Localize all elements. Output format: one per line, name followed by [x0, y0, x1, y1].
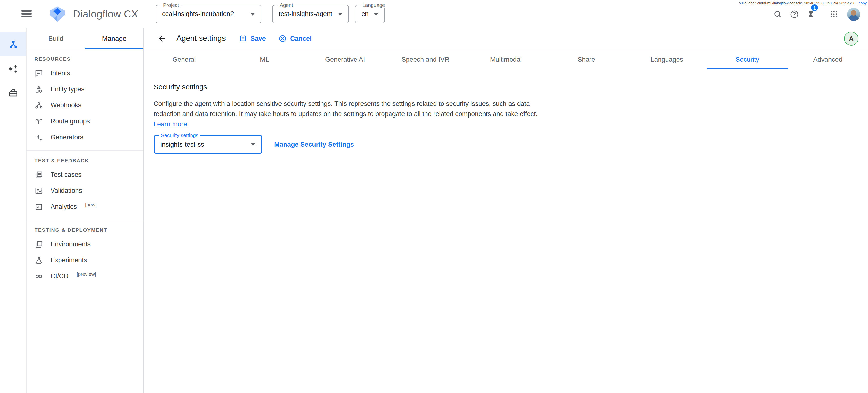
apps-grid-button[interactable]	[826, 6, 842, 22]
top-bar: Dialogflow CX Project ccai-insights-incu…	[0, 0, 868, 28]
build-label-text: build-label: cloud-ml.dialogflow-console…	[739, 1, 855, 5]
back-button[interactable]	[156, 32, 168, 45]
new-badge: [new]	[85, 202, 97, 207]
sidebar-tabs: Build Manage	[27, 28, 143, 49]
tab-general[interactable]: General	[144, 49, 224, 69]
tab-manage[interactable]: Manage	[85, 28, 143, 48]
learn-more-link[interactable]: Learn more	[154, 121, 187, 128]
sidebar-item-route-groups[interactable]: Route groups	[27, 113, 143, 129]
cancel-button-label: Cancel	[290, 35, 312, 42]
agent-selector[interactable]: Agent test-insights-agent	[272, 5, 349, 23]
sidebar-item-intents[interactable]: Intents	[27, 65, 143, 81]
analytics-icon	[34, 202, 43, 211]
sidebar-item-webhooks[interactable]: Webhooks	[27, 97, 143, 113]
tab-multimodal[interactable]: Multimodal	[466, 49, 546, 69]
help-icon	[789, 9, 799, 19]
project-selector-value: ccai-insights-incubation2	[162, 10, 234, 18]
sidebar-item-label: Validations	[51, 187, 82, 194]
rail-item-toolbox[interactable]	[0, 80, 26, 105]
generators-icon	[34, 133, 43, 141]
build-label: build-label: cloud-ml.dialogflow-console…	[739, 1, 867, 5]
preview-badge: [preview]	[77, 271, 96, 277]
apps-grid-icon	[830, 10, 838, 19]
save-button[interactable]: Save	[239, 34, 266, 42]
test-cases-icon	[34, 170, 43, 179]
project-selector[interactable]: Project ccai-insights-incubation2	[155, 5, 261, 23]
sidebar-item-generators[interactable]: Generators	[27, 129, 143, 145]
help-button[interactable]	[786, 6, 802, 22]
experiments-icon	[34, 256, 43, 264]
toolbox-icon	[7, 87, 19, 98]
chevron-down-icon	[250, 12, 255, 15]
manage-security-settings-link[interactable]: Manage Security Settings	[274, 141, 354, 148]
copy-build-label-link[interactable]: copy	[859, 1, 867, 5]
chevron-down-icon	[251, 143, 256, 146]
sidebar-section-test-feedback: TEST & FEEDBACK Test cases Vali	[27, 150, 143, 220]
environments-icon	[34, 240, 43, 249]
section-title: TESTING & DEPLOYMENT	[27, 227, 143, 233]
chevron-down-icon	[373, 12, 378, 15]
language-selector-value: en	[361, 10, 369, 18]
sidebar-section-resources: RESOURCES Intents Entity types	[27, 49, 143, 150]
tab-build[interactable]: Build	[27, 28, 85, 48]
tab-speech-and-ivr[interactable]: Speech and IVR	[385, 49, 466, 69]
agent-selector-label: Agent	[277, 2, 296, 7]
section-title: RESOURCES	[27, 56, 143, 62]
rail-item-flows[interactable]	[0, 32, 26, 56]
search-icon	[773, 9, 782, 19]
security-settings-select[interactable]: Security settings insights-test-ss	[154, 135, 262, 154]
rail-item-generative[interactable]	[0, 56, 26, 80]
security-settings-select-label: Security settings	[159, 132, 200, 138]
route-groups-icon	[34, 117, 43, 126]
tab-advanced[interactable]: Advanced	[787, 49, 868, 69]
sidebar-item-validations[interactable]: Validations	[27, 183, 143, 199]
agent-selector-value: test-insights-agent	[279, 10, 333, 18]
cancel-button[interactable]: Cancel	[278, 34, 312, 42]
tab-share[interactable]: Share	[546, 49, 627, 69]
webhooks-icon	[34, 101, 43, 109]
save-icon	[239, 34, 247, 42]
sidebar-item-environments[interactable]: Environments	[27, 236, 143, 252]
section-title: TEST & FEEDBACK	[27, 157, 143, 163]
language-selector-label: Language	[360, 2, 388, 7]
sidebar-item-experiments[interactable]: Experiments	[27, 252, 143, 268]
sidebar-item-label: Test cases	[51, 171, 82, 178]
agent-avatar[interactable]: A	[844, 31, 858, 45]
sidebar-item-label: Analytics	[51, 203, 77, 210]
account-avatar[interactable]	[847, 7, 860, 21]
tab-ml[interactable]: ML	[224, 49, 305, 69]
intents-icon	[34, 69, 43, 77]
agent-settings-header: Agent settings Save Cancel A	[144, 28, 868, 49]
sidebar-item-label: Generators	[51, 134, 83, 141]
tab-security[interactable]: Security	[707, 49, 787, 69]
sidebar-item-label: Experiments	[51, 257, 87, 264]
menu-icon[interactable]	[17, 4, 36, 24]
project-selector-label: Project	[161, 2, 181, 7]
page-title: Agent settings	[177, 34, 226, 43]
language-selector[interactable]: Language en	[354, 5, 385, 23]
sidebar-item-test-cases[interactable]: Test cases	[27, 167, 143, 183]
chevron-down-icon	[338, 12, 342, 15]
security-settings-select-value: insights-test-ss	[160, 141, 204, 148]
sidebar-item-label: Route groups	[51, 118, 90, 125]
sidebar-section-testing-deployment: TESTING & DEPLOYMENT Environments Experi…	[27, 220, 143, 289]
back-arrow-icon	[157, 34, 166, 43]
tab-generative-ai[interactable]: Generative AI	[305, 49, 385, 69]
sidebar-item-label: CI/CD	[51, 272, 68, 280]
dialogflow-logo-icon	[49, 5, 66, 23]
content-heading: Security settings	[154, 83, 858, 91]
flows-icon	[7, 39, 19, 50]
entity-types-icon	[34, 85, 43, 94]
search-button[interactable]	[769, 6, 786, 22]
description-text: Configure the agent with a location sens…	[154, 100, 537, 118]
security-settings-field-row: Security settings insights-test-ss Manag…	[154, 135, 858, 154]
pending-tasks-button[interactable]: 1	[802, 6, 819, 22]
sidebar-item-entity-types[interactable]: Entity types	[27, 81, 143, 97]
security-settings-content: Security settings Configure the agent wi…	[144, 69, 868, 154]
sidebar-item-label: Environments	[51, 240, 91, 248]
tab-languages[interactable]: Languages	[627, 49, 707, 69]
cicd-infinity-icon	[34, 272, 43, 281]
save-button-label: Save	[251, 35, 266, 42]
sidebar-item-analytics[interactable]: Analytics [new]	[27, 199, 143, 215]
sidebar-item-cicd[interactable]: CI/CD [preview]	[27, 268, 143, 284]
